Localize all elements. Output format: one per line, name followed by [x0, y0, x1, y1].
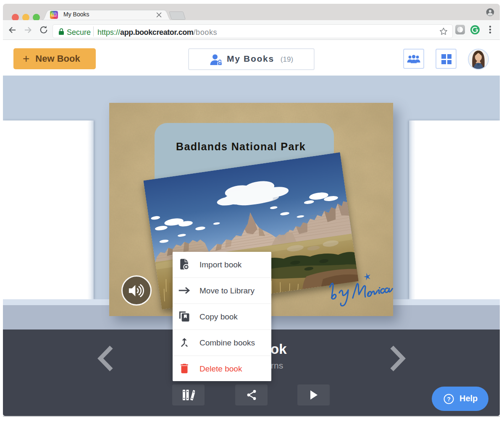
svg-text:?: ? — [447, 396, 451, 403]
